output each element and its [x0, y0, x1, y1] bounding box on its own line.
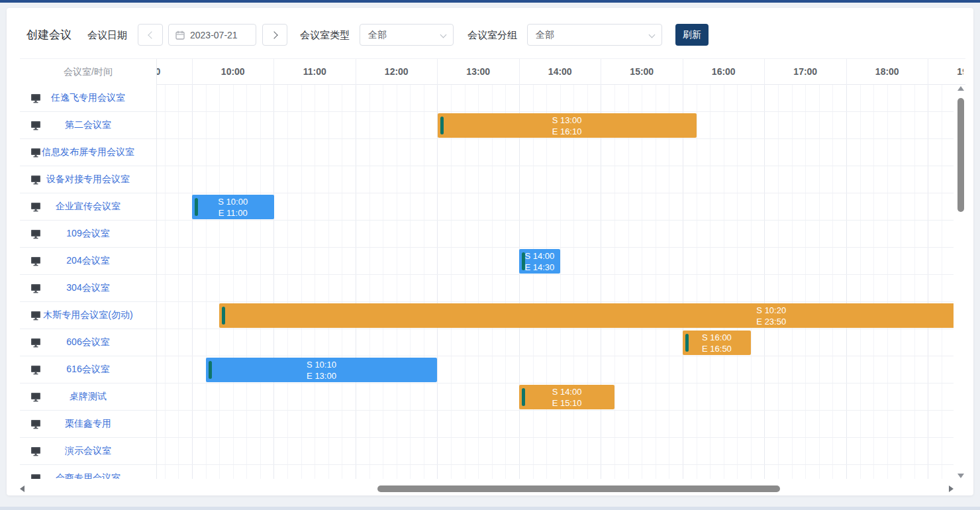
booking-bar[interactable]: S 10:10E 13:00	[206, 358, 438, 382]
horizontal-scrollbar[interactable]	[20, 484, 954, 494]
scroll-up-icon[interactable]	[957, 86, 964, 91]
room-type-label: 会议室类型	[300, 24, 350, 46]
hour-axis: 9:0010:0011:0012:0013:0014:0015:0016:001…	[20, 59, 963, 85]
booking-end-time: E 14:30	[524, 262, 554, 273]
next-day-button[interactable]	[262, 24, 287, 46]
hour-label: 16:00	[712, 59, 736, 85]
room-cell: 演示会议室	[20, 438, 156, 465]
booking-times: S 13:00E 16:10	[438, 113, 697, 138]
create-meeting-button[interactable]: 创建会议	[26, 24, 72, 46]
room-cell: 616会议室	[20, 356, 156, 383]
booking-end-time: E 11:00	[219, 207, 248, 219]
hour-label: 12:00	[385, 59, 409, 85]
room-cell: 栗佳鑫专用	[20, 411, 156, 438]
monitor-icon	[30, 175, 41, 185]
vertical-scrollbar[interactable]	[956, 86, 965, 478]
monitor-icon	[30, 283, 41, 293]
monitor-icon	[30, 311, 41, 321]
booking-end-time: E 23:50	[756, 316, 786, 327]
booking-start-time: S 10:00	[218, 196, 248, 207]
booking-bar[interactable]: S 10:00E 11:00	[192, 195, 274, 219]
calendar-icon	[175, 30, 185, 40]
booking-bar[interactable]: S 14:00E 15:10	[519, 385, 614, 409]
booking-times: S 14:00E 14:30	[519, 249, 560, 274]
refresh-button[interactable]: 刷新	[675, 24, 709, 46]
scroll-right-icon[interactable]	[949, 485, 954, 492]
booking-bar[interactable]: S 13:00E 16:10	[438, 113, 697, 138]
booking-bar[interactable]: S 14:00E 14:30	[519, 249, 560, 274]
room-cell: 会商专用会议室	[20, 465, 156, 479]
window-top-accent-bar	[0, 0, 980, 3]
schedule-gantt: 9:0010:0011:0012:0013:0014:0015:0016:001…	[20, 58, 965, 495]
monitor-icon	[30, 229, 41, 239]
booking-start-time: S 16:00	[702, 332, 732, 343]
booking-times: S 16:00E 16:50	[683, 331, 751, 355]
hour-label: 11:00	[303, 59, 326, 85]
room-cell: 桌牌测试	[20, 383, 156, 411]
booking-start-time: S 10:20	[756, 305, 786, 316]
booking-times: S 14:00E 15:10	[519, 385, 614, 409]
room-cell: 606会议室	[20, 329, 156, 356]
hour-label: 14:00	[548, 59, 572, 85]
prev-day-button[interactable]	[138, 24, 163, 46]
monitor-icon	[30, 419, 41, 429]
chevron-right-icon	[270, 31, 277, 38]
hour-label: 13:00	[466, 59, 490, 85]
monitor-icon	[30, 446, 41, 456]
monitor-icon	[30, 338, 41, 348]
horizontal-scroll-thumb[interactable]	[377, 485, 780, 492]
room-cell: 304会议室	[20, 275, 156, 302]
booking-end-time: E 15:10	[552, 397, 582, 409]
room-cell: 设备对接专用会议室	[20, 166, 156, 193]
booking-end-time: E 16:10	[552, 126, 582, 137]
booking-bar[interactable]: S 16:00E 16:50	[683, 331, 751, 355]
scroll-left-icon[interactable]	[20, 485, 24, 492]
room-group-value: 全部	[536, 29, 554, 40]
date-picker-input[interactable]: 2023-07-21	[168, 24, 256, 46]
bottom-edge-strip	[0, 507, 980, 510]
hour-label: 18:00	[875, 59, 899, 85]
room-cell: 109会议室	[20, 221, 156, 248]
booking-times: S 10:20E 23:50	[219, 303, 954, 328]
booking-bar[interactable]: S 10:20E 23:50	[219, 303, 954, 328]
chevron-left-icon	[148, 31, 155, 38]
monitor-icon	[30, 148, 41, 158]
booking-times: S 10:10E 13:00	[206, 358, 438, 382]
monitor-icon	[30, 474, 41, 479]
hour-label: 10:00	[221, 59, 245, 85]
room-cell: 木斯专用会议室(勿动)	[20, 302, 156, 329]
monitor-icon	[30, 256, 41, 266]
booking-start-time: S 13:00	[552, 115, 582, 126]
monitor-icon	[30, 365, 41, 375]
room-type-select[interactable]: 全部	[360, 24, 454, 46]
vertical-scroll-thumb[interactable]	[957, 98, 964, 212]
booking-times: S 10:00E 11:00	[192, 195, 274, 219]
scroll-down-icon[interactable]	[957, 474, 964, 478]
room-cell: 任逸飞专用会议室	[20, 85, 156, 112]
date-value: 2023-07-21	[190, 30, 238, 40]
room-list-column: 任逸飞专用会议室第二会议室信息发布屏专用会议室设备对接专用会议室企业宣传会议室1…	[20, 85, 157, 479]
room-group-select[interactable]: 全部	[527, 24, 662, 46]
booking-start-time: S 14:00	[524, 250, 554, 262]
room-cell: 信息发布屏专用会议室	[20, 139, 156, 166]
monitor-icon	[30, 121, 41, 130]
booking-end-time: E 13:00	[307, 370, 336, 382]
room-cell: 204会议室	[20, 248, 156, 275]
room-group-label: 会议室分组	[467, 24, 517, 46]
chevron-down-icon	[649, 31, 656, 38]
hour-label: 17:00	[793, 59, 817, 85]
room-cell: 企业宣传会议室	[20, 193, 156, 221]
hour-label: 15:00	[630, 59, 654, 85]
hour-label: 19:00	[957, 59, 963, 85]
booking-end-time: E 16:50	[702, 343, 732, 354]
corner-header: 会议室/时间	[20, 59, 157, 85]
monitor-icon	[30, 392, 41, 402]
monitor-icon	[30, 93, 41, 103]
room-cell: 第二会议室	[20, 112, 156, 139]
booking-start-time: S 14:00	[552, 386, 582, 397]
meeting-date-label: 会议日期	[87, 24, 127, 46]
page: 创建会议 会议日期 2023-07-21 会议室类型 全部 会议室分组 全部	[0, 0, 980, 510]
chevron-down-icon	[440, 31, 447, 38]
booking-start-time: S 10:10	[307, 359, 336, 370]
timeline-body: S 13:00E 16:10S 10:00E 11:00S 14:00E 14:…	[20, 85, 954, 479]
